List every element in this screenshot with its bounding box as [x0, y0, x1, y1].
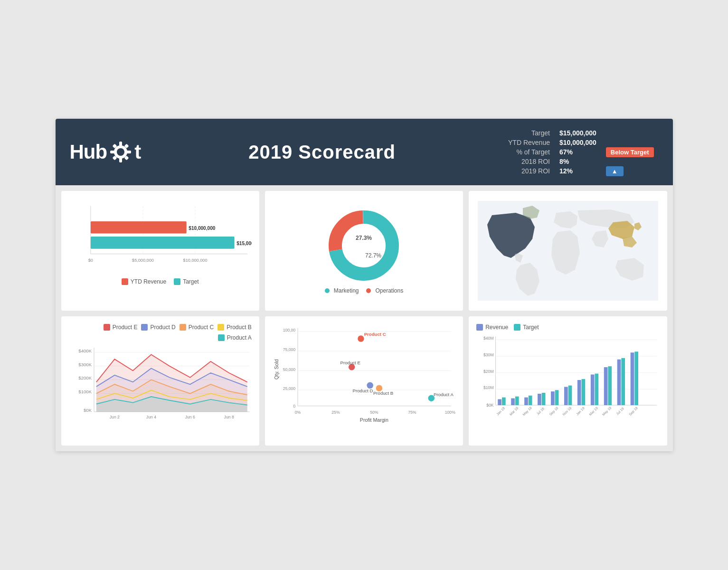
svg-text:0: 0: [293, 404, 295, 408]
svg-text:$20M: $20M: [483, 369, 494, 374]
bar-chart-svg: $10,000,000 $15,000,000 $0 $5,000,000 $1…: [69, 199, 252, 275]
svg-text:Jan 19: Jan 19: [575, 406, 586, 417]
svg-rect-84: [498, 399, 501, 405]
operations-dot: [366, 288, 371, 293]
svg-rect-90: [538, 394, 541, 405]
scatter-svg: 100,00 75,000 50,000 25,000 0 0% 25% 50%…: [273, 324, 455, 431]
svg-text:72.7%: 72.7%: [365, 252, 381, 259]
svg-text:$5,000,000: $5,000,000: [132, 258, 154, 263]
svg-text:Product B: Product B: [373, 390, 393, 396]
svg-rect-102: [617, 360, 621, 405]
product-c-label: Product C: [189, 324, 214, 331]
svg-rect-86: [511, 399, 515, 405]
scorecard-value: 12%: [555, 166, 601, 176]
svg-rect-98: [591, 374, 595, 405]
product-b-color: [217, 324, 224, 331]
svg-rect-105: [634, 352, 638, 405]
svg-rect-87: [515, 397, 519, 405]
svg-rect-89: [529, 396, 532, 405]
svg-rect-4: [110, 151, 115, 153]
legend-product-c: Product C: [180, 324, 214, 331]
map-chart-box: [469, 191, 667, 311]
legend-target: Target: [174, 278, 199, 285]
legend-revenue: Revenue: [476, 324, 508, 331]
svg-text:$0K: $0K: [84, 408, 92, 413]
scorecard-row-roi19: 2019 ROI 12% ▲: [503, 166, 658, 176]
svg-text:100,00: 100,00: [283, 328, 296, 332]
svg-text:$10M: $10M: [483, 385, 494, 390]
product-a-label: Product A: [227, 334, 252, 341]
scorecard-label: Target: [503, 128, 555, 138]
svg-text:$10,000,000: $10,000,000: [183, 258, 207, 263]
svg-text:Profit Margin: Profit Margin: [360, 417, 388, 423]
svg-rect-92: [551, 391, 555, 405]
logo-text: Hub: [70, 141, 107, 163]
scorecard-row-ytd: YTD Revenue $10,000,000: [503, 138, 658, 147]
svg-text:Jan 18: Jan 18: [496, 406, 506, 417]
svg-text:Jun 2: Jun 2: [109, 415, 119, 419]
dashboard-title: 2019 Scorecard: [141, 142, 503, 163]
svg-text:Mar 19: Mar 19: [588, 406, 599, 417]
revenue-label: Revenue: [485, 324, 508, 331]
svg-text:$300K: $300K: [78, 362, 92, 367]
scorecard-label: YTD Revenue: [503, 138, 555, 147]
svg-text:$0: $0: [88, 258, 93, 263]
scatter-chart-box: 100,00 75,000 50,000 25,000 0 0% 25% 50%…: [265, 316, 463, 446]
target2-color: [514, 324, 520, 331]
svg-text:Qty. Sold: Qty. Sold: [273, 359, 279, 380]
logo: Hub t: [70, 140, 141, 164]
legend-operations-label: Operations: [375, 287, 403, 294]
svg-rect-3: [119, 158, 122, 162]
svg-text:$10,000,000: $10,000,000: [189, 226, 215, 231]
scorecard-table: Target $15,000,000 YTD Revenue $10,000,0…: [503, 128, 658, 176]
svg-text:100%: 100%: [445, 410, 455, 415]
scatter-container: 100,00 75,000 50,000 25,000 0 0% 25% 50%…: [273, 324, 455, 438]
svg-text:Product C: Product C: [364, 332, 386, 337]
svg-text:Jul 19: Jul 19: [615, 407, 625, 416]
scorecard-row-roi18: 2018 ROI 8%: [503, 157, 658, 166]
svg-text:Product D: Product D: [352, 388, 373, 393]
scorecard-label: % of Target: [503, 147, 555, 157]
product-c-color: [180, 324, 186, 331]
svg-rect-5: [126, 151, 131, 153]
svg-rect-104: [631, 352, 634, 405]
svg-rect-99: [595, 374, 599, 405]
legend-ytd-label: YTD Revenue: [131, 278, 166, 285]
svg-rect-85: [502, 398, 506, 405]
svg-text:25,000: 25,000: [283, 386, 296, 391]
product-e-label: Product E: [113, 324, 138, 331]
scorecard-row-target: Target $15,000,000: [503, 128, 658, 138]
legend-target-label: Target: [183, 278, 199, 285]
scorecard-value: 8%: [555, 157, 601, 166]
svg-text:25%: 25%: [331, 410, 340, 415]
svg-rect-96: [577, 380, 581, 405]
target2-label: Target: [523, 324, 539, 331]
svg-rect-101: [608, 366, 612, 405]
revenue-color: [476, 324, 483, 331]
donut-chart-box: 27.3% 72.7% Marketing Operations: [265, 191, 463, 311]
svg-rect-91: [542, 393, 546, 405]
scorecard-row-pct: % of Target 67% Below Target: [503, 147, 658, 157]
legend-ytd-color: [122, 278, 128, 285]
product-b-label: Product B: [227, 324, 252, 331]
svg-rect-16: [90, 237, 234, 249]
marketing-dot: [325, 288, 330, 293]
svg-rect-100: [604, 367, 608, 405]
hubspot-sprocket-icon: [108, 140, 133, 164]
below-target-badge: Below Target: [606, 147, 654, 157]
scorecard-value: $10,000,000: [555, 138, 601, 147]
map-container: [476, 199, 659, 303]
line-chart-container: Product E Product D Product C Product B: [69, 324, 252, 438]
line-chart-svg: $400K $300K $200K $100K $0K Jun 2 Jun 4 …: [69, 344, 252, 427]
legend-operations: Operations: [366, 287, 403, 294]
column-chart-svg: $40M $30M $20M $10M $0K: [476, 332, 659, 428]
donut-svg: 27.3% 72.7%: [326, 208, 402, 284]
bar-legend: YTD Revenue Target: [69, 278, 252, 285]
svg-text:May 19: May 19: [601, 406, 612, 417]
svg-text:Product E: Product E: [340, 360, 360, 365]
logo-text2: t: [134, 141, 141, 163]
line-legend: Product E Product D Product C Product B: [69, 324, 252, 341]
product-a-color: [218, 334, 225, 341]
svg-text:75,000: 75,000: [283, 347, 296, 352]
svg-text:50%: 50%: [370, 410, 378, 415]
